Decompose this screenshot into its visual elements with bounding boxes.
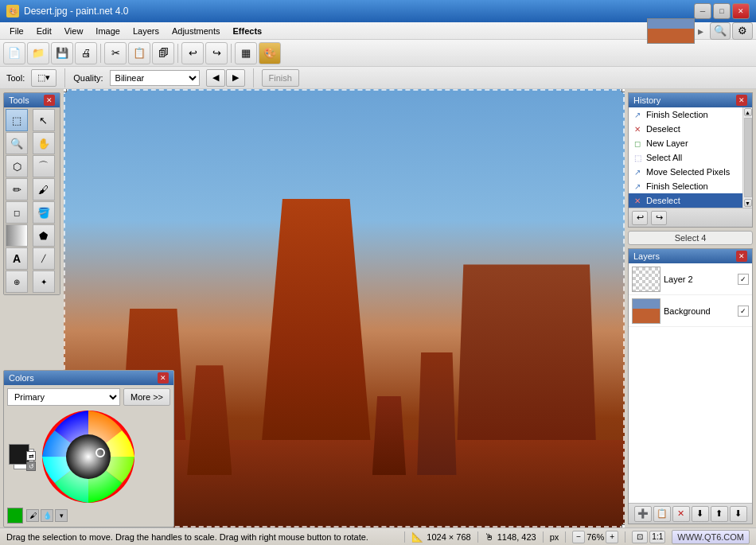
layers-close[interactable]: ✕ [736, 251, 747, 262]
menu-edit[interactable]: Edit [30, 23, 58, 39]
scroll-up[interactable]: ▲ [744, 108, 752, 116]
tool-lasso[interactable]: ⌒ [33, 155, 55, 177]
tool-magic-wand[interactable]: ⬡ [6, 155, 28, 177]
zoom-out-btn[interactable]: − [572, 531, 585, 543]
swap-colors-icon[interactable]: ⇄ [26, 451, 36, 461]
cut-button[interactable]: ✂ [104, 42, 127, 64]
tool-select-btn[interactable]: ⬚▾ [31, 69, 57, 87]
menu-file[interactable]: File [3, 23, 30, 39]
color-button[interactable]: 🎨 [259, 42, 281, 64]
color-mode-select[interactable]: Primary Secondary [7, 388, 120, 406]
history-item[interactable]: ✕ Deselect [629, 122, 742, 136]
history-item[interactable]: ↗ Finish Selection [629, 179, 742, 193]
tool-text[interactable]: A [6, 247, 28, 270]
toolbar-search[interactable]: 🔍 [710, 22, 731, 40]
toolbar-settings[interactable]: ⚙ [732, 22, 753, 40]
color-tool-2[interactable]: 💧 [41, 509, 53, 522]
menu-adjustments[interactable]: Adjustments [166, 23, 227, 39]
history-item[interactable]: ↗ Move Selected Pixels [629, 165, 742, 179]
history-item[interactable]: ↗ Finish Selection [629, 107, 742, 122]
history-label: Move Selected Pixels [646, 167, 730, 177]
move-layer-down[interactable]: ⬇ [730, 506, 747, 522]
tool-eraser[interactable]: ◻ [6, 201, 28, 224]
reset-colors-icon[interactable]: ↺ [26, 461, 36, 471]
quality-next[interactable]: ▶ [226, 69, 245, 87]
minimize-button[interactable]: ─ [694, 3, 711, 19]
quality-prev[interactable]: ◀ [206, 69, 225, 87]
handle-tr[interactable] [622, 89, 625, 92]
zoom-in-btn[interactable]: + [606, 531, 618, 543]
tool-zoom[interactable]: 🔍 [6, 132, 28, 154]
redo-button[interactable]: ↪ [205, 42, 228, 64]
add-layer-btn[interactable]: ➕ [634, 506, 652, 522]
tool-pencil[interactable]: ✏ [6, 178, 28, 200]
history-item-selected[interactable]: ✕ Deselect [629, 193, 742, 208]
undo-history-btn[interactable]: ↩ [632, 211, 648, 225]
tool-pan[interactable]: ✋ [33, 132, 55, 154]
handle-tl[interactable] [64, 89, 67, 92]
tool-rect-select[interactable]: ⬚ [6, 109, 28, 131]
layer-visibility-bg[interactable]: ✓ [738, 306, 749, 317]
layers-toolbar: ➕ 📋 ✕ ⬇ ⬆ ⬇ [629, 503, 752, 524]
delete-layer-btn[interactable]: ✕ [672, 506, 690, 522]
zoom-100-btn[interactable]: 1:1 [649, 531, 665, 543]
redo-history-btn[interactable]: ↪ [651, 211, 667, 225]
tool-clone[interactable]: ⊕ [6, 271, 28, 293]
colors-panel: Colors ✕ Primary Secondary More >> ⇄ ↺ [3, 370, 174, 527]
tool-brush[interactable]: 🖌 [33, 178, 55, 200]
new-button[interactable]: 📄 [3, 42, 25, 64]
open-button[interactable]: 📁 [27, 42, 49, 64]
history-icon: ↗ [632, 181, 643, 192]
history-scrollbar[interactable]: ▲ ▼ [742, 107, 752, 208]
menu-layers[interactable]: Layers [127, 23, 166, 39]
merge-layer-btn[interactable]: ⬇ [692, 506, 709, 522]
history-item[interactable]: ◻ New Layer [629, 136, 742, 150]
maximize-button[interactable]: □ [713, 3, 731, 19]
scroll-thumb[interactable] [744, 118, 752, 197]
history-list: ↗ Finish Selection ✕ Deselect ◻ New Laye… [629, 107, 742, 208]
history-panel: History ✕ ↗ Finish Selection ✕ Deselect … [628, 92, 753, 228]
tool-shapes[interactable]: ⬟ [33, 224, 55, 247]
layer-item-background[interactable]: Background ✓ [629, 295, 752, 327]
tool-paint-bucket[interactable]: 🪣 [33, 201, 55, 224]
save-button[interactable]: 💾 [51, 42, 73, 64]
status-sep-2 [477, 531, 478, 543]
tools-panel-close[interactable]: ✕ [44, 95, 55, 106]
titlebar: 🎨 Desert.jpg - paint.net 4.0 ─ □ ✕ [0, 0, 756, 22]
tools-grid: ⬚ ↖ 🔍 ✋ ⬡ ⌒ ✏ 🖌 ◻ 🪣 ⬟ A ╱ ⊕ ✦ [4, 107, 60, 294]
paste-button[interactable]: 🗐 [152, 42, 174, 64]
menu-effects[interactable]: Effects [227, 23, 269, 39]
status-sep-5 [625, 531, 625, 543]
layer-item[interactable]: Layer 2 ✓ [629, 263, 752, 295]
undo-button[interactable]: ↩ [181, 42, 204, 64]
close-button[interactable]: ✕ [732, 3, 750, 19]
history-item[interactable]: ⬚ Select All [629, 150, 742, 165]
status-message: Drag the selection to move. Drag the han… [6, 532, 398, 542]
duplicate-layer-btn[interactable]: 📋 [653, 506, 671, 522]
colors-close[interactable]: ✕ [158, 372, 169, 383]
thumbnail-arrow: ▸ [698, 25, 703, 37]
color-tool-1[interactable]: 🖌 [26, 509, 39, 522]
finish-button[interactable]: Finish [262, 69, 299, 87]
menu-view[interactable]: View [58, 23, 90, 39]
tool-recolor[interactable]: ✦ [33, 271, 55, 293]
right-panels: History ✕ ↗ Finish Selection ✕ Deselect … [625, 89, 756, 527]
grid-button[interactable]: ▦ [235, 42, 257, 64]
history-icon: ↗ [632, 166, 643, 177]
tool-move[interactable]: ↖ [33, 109, 55, 131]
move-layer-up[interactable]: ⬆ [711, 506, 728, 522]
color-wheel[interactable] [41, 409, 136, 504]
quality-select[interactable]: Nearest Neighbor Bilinear Bicubic [110, 70, 200, 86]
tool-line[interactable]: ╱ [33, 247, 55, 270]
scroll-down[interactable]: ▼ [744, 199, 752, 207]
layer-visibility-toggle[interactable]: ✓ [738, 274, 749, 285]
history-close[interactable]: ✕ [736, 95, 747, 106]
menu-image[interactable]: Image [89, 23, 127, 39]
copy-button[interactable]: 📋 [128, 42, 150, 64]
print-button[interactable]: 🖨 [75, 42, 97, 64]
fit-window-btn[interactable]: ⊡ [632, 531, 648, 543]
color-tool-3[interactable]: ▾ [55, 509, 68, 522]
more-colors-button[interactable]: More >> [123, 388, 170, 406]
tool-gradient[interactable] [6, 224, 28, 247]
green-swatch[interactable] [7, 508, 23, 524]
